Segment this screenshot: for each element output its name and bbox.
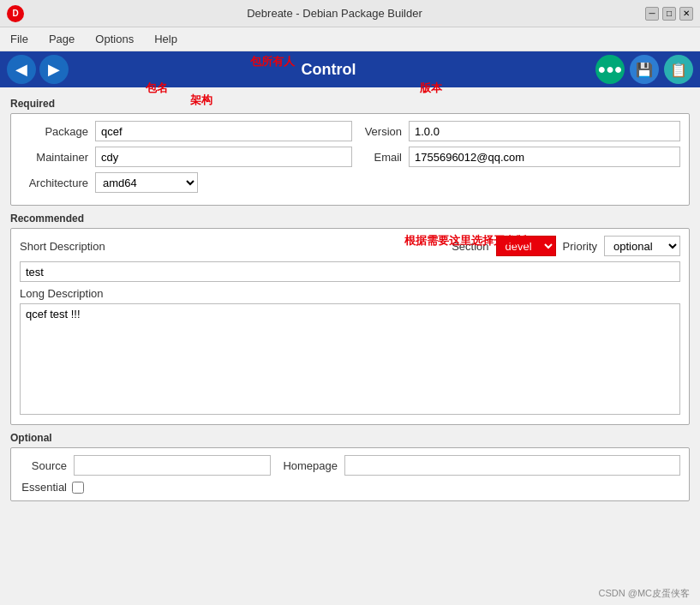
window-title: Debreate - Debian Package Builder [247,7,422,20]
watermark: CSDN @MC皮蛋侠客 [599,587,691,600]
window-controls: ─ □ ✕ [645,7,693,21]
essential-row: Essential [20,481,680,494]
homepage-label: Homepage [278,459,338,472]
required-section-label: Required [10,98,690,110]
menu-file[interactable]: File [7,31,32,47]
optional-section: Source Homepage Essential [10,447,690,501]
optional-section-label: Optional [10,432,690,444]
header-bar: ◀ ▶ Control ●●● 💾 📋 [0,51,700,87]
short-desc-label: Short Description [20,240,105,253]
architecture-label: Architecture [20,177,88,189]
nav-next-button[interactable]: ▶ [39,55,69,84]
section-select[interactable]: devel libs utils net admin [496,236,556,256]
architecture-row: Architecture amd64 i386 all any [20,172,680,193]
menu-options[interactable]: Options [92,31,137,47]
section-priority-controls: Section devel libs utils net admin Prior… [452,236,680,256]
version-input[interactable] [409,121,680,141]
menu-page[interactable]: Page [45,31,78,47]
titlebar: D Debreate - Debian Package Builder ─ □ … [0,0,700,27]
long-description-textarea[interactable]: qcef test !!! [20,303,680,415]
email-input[interactable] [409,147,680,167]
maintainer-input[interactable] [95,147,352,167]
section-label: Section [452,240,488,253]
source-label: Source [20,459,67,472]
menubar: File Page Options Help [0,27,700,51]
short-description-input[interactable] [20,261,680,282]
homepage-input[interactable] [344,455,680,476]
toolbar: ●●● 💾 📋 [595,55,693,84]
build-button[interactable]: ●●● [595,55,625,84]
main-content: 包名 版本 Required Package Version Maintaine… [0,87,700,508]
maintainer-email-row: Maintainer Email [20,147,680,167]
package-input[interactable] [95,121,352,141]
menu-help[interactable]: Help [151,31,181,47]
long-desc-label: Long Description [20,287,680,300]
priority-label: Priority [563,240,597,253]
essential-checkbox[interactable] [72,482,84,494]
page-title: Control [69,61,589,79]
recommended-section: Short Description Section devel libs uti… [10,228,690,425]
section-priority-row: Short Description Section devel libs uti… [20,236,680,256]
source-input[interactable] [74,455,271,476]
package-label: Package [20,125,88,138]
package-version-row: Package Version [20,121,680,141]
email-label: Email [359,151,402,164]
priority-select[interactable]: optional required important standard ext… [604,236,680,256]
architecture-select[interactable]: amd64 i386 all any [95,172,198,193]
save-button[interactable]: 💾 [630,55,659,84]
required-section: Package Version Maintainer Email Archite… [10,113,690,206]
maximize-button[interactable]: □ [662,7,676,21]
essential-label: Essential [20,481,67,494]
minimize-button[interactable]: ─ [645,7,659,21]
maintainer-label: Maintainer [20,151,88,164]
close-button[interactable]: ✕ [679,7,693,21]
source-homepage-row: Source Homepage [20,455,680,476]
export-button[interactable]: 📋 [664,55,693,84]
version-label: Version [359,125,402,138]
recommended-section-label: Recommended [10,213,690,225]
nav-prev-button[interactable]: ◀ [7,55,36,84]
app-icon: D [7,5,24,22]
